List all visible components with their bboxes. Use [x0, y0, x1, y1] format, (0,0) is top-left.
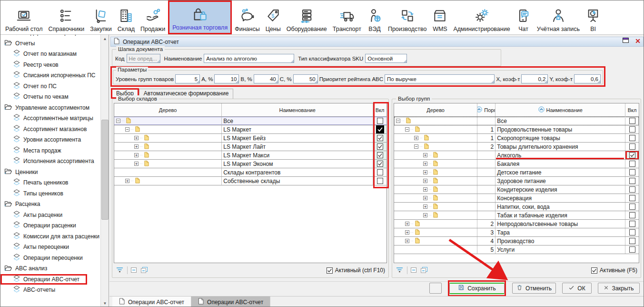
bottom-tab[interactable]: Операции ABC-отчет [191, 297, 270, 307]
tree-cell[interactable]: +·· [394, 203, 477, 211]
tree-cell[interactable]: +·· [394, 211, 477, 219]
sidebar-item[interactable]: Отчет по магазинам [0, 49, 100, 60]
toolbar-item-directories[interactable]: Справочники [45, 0, 87, 34]
checkbox-cell[interactable] [373, 117, 386, 125]
table-row[interactable]: +··Табак и табачные изделия [394, 211, 639, 220]
checkbox-cell[interactable] [373, 160, 386, 168]
tree-cell[interactable]: +·· [394, 151, 477, 159]
table-row[interactable]: +··3Тара [394, 228, 639, 237]
checkbox-cell[interactable] [625, 151, 639, 159]
collapse-minus-icon[interactable]: − [396, 119, 400, 123]
close-button[interactable]: Закрыть [598, 283, 640, 294]
sidebar-item[interactable]: Списания испорченных ПС [0, 70, 100, 81]
column-header[interactable]: Вкл [625, 103, 639, 116]
tree-cell[interactable]: −·· [114, 125, 222, 133]
sidebar-item[interactable]: Отчеты по чекам [0, 92, 100, 102]
checkbox-cell[interactable] [625, 160, 639, 168]
row-checkbox[interactable] [377, 178, 383, 184]
refresh-button[interactable] [429, 283, 442, 294]
close-window-icon[interactable]: ✕ [635, 38, 641, 44]
table-row[interactable]: +··LS Маркет Бейз [114, 134, 386, 143]
toolbar-item-sales[interactable]: Продажи [138, 0, 168, 34]
collapse-all-icon[interactable] [140, 266, 148, 275]
priority-field[interactable]: По выручке [385, 74, 495, 83]
expand-plus-icon[interactable]: + [405, 239, 409, 243]
sidebar-item[interactable]: Операции переоценки [0, 253, 100, 264]
row-checkbox[interactable] [629, 118, 635, 124]
checkbox-cell[interactable] [625, 194, 639, 202]
checkbox-cell[interactable] [625, 203, 639, 211]
active-checkbox[interactable]: Активный (ctrl F10) [327, 267, 385, 274]
row-checkbox[interactable] [629, 238, 635, 244]
checkbox-cell[interactable] [373, 125, 386, 133]
sidebar-item[interactable]: Исполнения ассортимента [0, 156, 100, 167]
column-header[interactable]: Дерево [114, 103, 222, 116]
row-checkbox[interactable] [629, 135, 635, 141]
row-checkbox[interactable] [629, 229, 635, 235]
column-header[interactable]: Вкл [373, 103, 386, 116]
row-checkbox[interactable] [629, 212, 635, 218]
checkbox-cell[interactable] [625, 237, 639, 245]
row-checkbox[interactable] [629, 204, 635, 210]
checkbox-cell[interactable] [625, 177, 639, 185]
expand-plus-icon[interactable]: + [423, 170, 427, 174]
row-checkbox[interactable] [629, 152, 635, 158]
tree-cell[interactable]: +·· [114, 143, 222, 151]
tree-cell[interactable]: +·· [394, 177, 477, 185]
toolbar-item-desktop[interactable]: Рабочий стол [2, 0, 45, 34]
filter-icon[interactable] [116, 266, 124, 275]
table-row[interactable]: +··Напитки, соки, вода [394, 203, 639, 211]
sidebar-item[interactable]: Уровни ассортимента [0, 134, 100, 145]
checkbox-cell[interactable] [625, 185, 639, 194]
sidebar-item[interactable]: ABC анализ [0, 263, 100, 274]
sidebar-item[interactable]: Ассортимент магазинов [0, 124, 100, 135]
toolbar-item-equipment[interactable]: Оборудование [284, 0, 330, 34]
toolbar-item-account[interactable]: Учётная запись [534, 0, 583, 34]
bottom-tab[interactable]: Операции ABC-отчет [112, 297, 191, 307]
checkbox-cell[interactable] [373, 168, 386, 176]
sidebar-item[interactable]: Печать ценников [0, 177, 100, 188]
name-field[interactable]: Анализ по алгоголю [204, 54, 294, 63]
table-row[interactable]: +··2Непродовольтсвенные товары [394, 220, 639, 228]
table-row[interactable]: −··2Товары длительного хранения [394, 143, 639, 151]
tree-cell[interactable]: −·· [394, 117, 477, 125]
x-coef-field[interactable]: 0,2 [521, 74, 548, 83]
checkbox-cell[interactable] [373, 134, 386, 142]
save-button[interactable]: Сохранить [449, 283, 505, 294]
a-field[interactable]: 10 [214, 74, 239, 83]
collapse-minus-icon[interactable]: − [405, 127, 409, 132]
tree-cell[interactable]: +·· [394, 237, 477, 245]
row-checkbox[interactable] [629, 246, 635, 253]
sku-type-field[interactable]: Основной [365, 54, 407, 63]
row-checkbox[interactable] [629, 143, 635, 150]
table-row[interactable]: +··Собственные склады [114, 177, 386, 185]
table-row[interactable]: −··Все [394, 117, 639, 125]
expand-plus-icon[interactable]: + [423, 179, 427, 183]
tree-cell[interactable]: −·· [394, 143, 477, 151]
toolbar-item-retail[interactable]: Розничная торговля [168, 0, 232, 34]
expand-plus-icon[interactable]: + [423, 187, 427, 192]
tree-cell[interactable]: +·· [394, 168, 477, 176]
table-row[interactable]: +··Бакалея [394, 160, 639, 168]
row-checkbox[interactable] [629, 221, 635, 227]
sidebar-scrollbar[interactable]: ▲ ▼ [100, 35, 109, 307]
table-row[interactable]: +··LS Маркет Лайт [114, 143, 386, 151]
checkbox-cell[interactable] [625, 117, 639, 125]
row-checkbox[interactable] [377, 161, 383, 167]
tree-cell[interactable]: +·· [394, 220, 477, 228]
checkbox-cell[interactable] [625, 143, 639, 151]
collapse-icon[interactable] [410, 266, 417, 275]
toolbar-item-warehouse[interactable]: Склад [115, 0, 138, 34]
filter-icon[interactable] [396, 266, 404, 275]
checkbox-cell[interactable] [625, 228, 639, 236]
scrollbar-thumb[interactable] [101, 120, 109, 220]
table-row[interactable]: +··Детское питание [394, 168, 639, 177]
sidebar-item[interactable]: Комиссии для акта расценки [0, 231, 100, 242]
tree-cell[interactable]: +·· [394, 228, 477, 236]
restore-window-icon[interactable] [622, 37, 629, 45]
sidebar-item[interactable]: Операции ABC-отчет [0, 274, 87, 285]
collapse-minus-icon[interactable]: − [116, 119, 120, 123]
row-checkbox[interactable] [377, 118, 383, 124]
table-row[interactable]: 5Услуги [394, 246, 639, 254]
row-checkbox[interactable] [629, 169, 635, 175]
